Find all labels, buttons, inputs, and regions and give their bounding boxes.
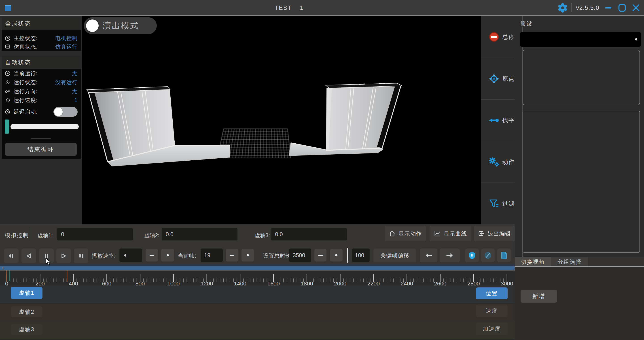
axis2-input[interactable]: 0.0 [162,228,238,240]
button-label: 显示曲线 [444,230,467,237]
delay-start-toggle[interactable] [54,107,78,117]
axis1-label: 虚轴1: [38,232,53,239]
offset-value: 100 [355,252,364,258]
track-axis2-button[interactable]: 虚轴2 [11,306,42,317]
slider-track[interactable] [10,124,79,129]
row-label: 延迟启动: [14,108,38,116]
bottom-control-strip: 模拟控制 虚轴1: 0 虚轴2: 0.0 虚轴3: 0.0 显示动作 显示曲线 … [0,224,515,264]
scene-3d [82,16,481,224]
preset-list-box[interactable] [522,50,640,105]
toolbar-label: 原点 [502,75,515,83]
keyframe-offset-button[interactable]: 关键帧偏移 [374,248,416,262]
add-view-button[interactable]: 新增 [520,290,557,303]
timeline-ruler[interactable]: 0200400600800100012001400160018002000220… [0,270,515,286]
offset-input[interactable]: 100 [352,248,370,262]
axis2-value: 0.0 [166,231,174,238]
tab-group-select[interactable]: 分组选择 [551,257,588,266]
axis1-input[interactable]: 0 [57,228,133,240]
rate-plus-button[interactable] [161,249,174,262]
disable-button[interactable] [481,248,495,262]
duration-value: 3500 [293,252,305,258]
timeline-header[interactable]: 1 [0,264,515,270]
close-button[interactable] [631,3,641,13]
row-label: 运行状态: [14,79,38,86]
divider [29,228,29,240]
gear-icon [4,80,11,85]
row-label: 运行速度: [14,97,38,104]
filter-icon [488,198,499,209]
rate-minus-button[interactable] [146,249,158,262]
row-value: 电机控制 [55,35,78,42]
toggle-knob[interactable] [86,20,98,32]
curve-position-button[interactable]: 位置 [476,288,508,299]
window-title-text: TEST [274,4,292,12]
step-back-button[interactable] [22,248,36,263]
shift-right-button[interactable] [440,248,460,262]
toolbar-label: 动作 [502,158,515,166]
status-row: 运行方向: 无 [2,87,81,96]
maximize-button[interactable] [617,3,627,13]
pause-button[interactable] [39,248,54,263]
rate-input[interactable] [120,248,142,262]
exit-icon [478,230,484,237]
preset-detail-box[interactable] [522,111,640,252]
shift-left-button[interactable] [420,248,438,262]
performance-mode-label: 演出模式 [103,20,139,31]
save-doc-button[interactable] [497,248,511,262]
speed-slider[interactable] [5,120,79,134]
app-logo[interactable] [5,5,11,11]
row-value: 仿真运行 [55,43,78,50]
step-back-icon [26,253,32,259]
viewport-3d[interactable]: 演出模式 [82,16,481,224]
curve-speed-button[interactable]: 速度 [476,304,508,317]
minimize-button[interactable] [603,3,613,13]
toolbar-label: 总停 [502,33,515,41]
timeline-range-bar[interactable] [0,266,515,270]
show-curves-button[interactable]: 显示曲线 [430,226,471,241]
clock-icon [4,35,11,41]
home-icon [389,230,396,237]
skip-end-button[interactable] [74,248,88,263]
frame-input[interactable]: 19 [200,248,223,262]
axis3-value: 0.0 [275,231,283,238]
version-label: v2.5.5.0 [576,4,599,12]
end-loop-button[interactable]: 结束循环 [5,143,77,156]
frame-plus-button[interactable] [242,249,254,262]
skip-end-icon [78,253,84,259]
track-row-axis1: 虚轴1 位置 [0,286,515,304]
step-forward-button[interactable] [56,248,71,263]
row-label: 运行方向: [14,88,38,95]
frame-value: 19 [204,252,210,258]
view-tab-content: 新增 [515,267,644,340]
origin-icon [488,73,499,84]
performance-mode-toggle[interactable]: 演出模式 [84,17,157,34]
track-axis1-button[interactable]: 虚轴1 [11,287,42,299]
row-value: 无 [72,70,78,77]
slider-handle[interactable] [5,120,9,134]
show-actions-button[interactable]: 显示动作 [385,226,426,241]
button-label: 显示动作 [399,230,422,237]
duration-plus-button[interactable] [330,249,342,262]
settings-gear-icon[interactable] [558,3,568,13]
toolbar-label: 过滤 [502,200,515,208]
exit-edit-button[interactable]: 退出编辑 [474,226,515,241]
curve-accel-button[interactable]: 加速度 [476,322,508,335]
preset-panel: 预设 切换视角 分组选择 新增 [515,16,644,340]
axis3-input[interactable]: 0.0 [271,228,347,240]
preset-dropdown[interactable] [520,32,641,47]
tab-switch-view[interactable]: 切换视角 [515,257,551,266]
view-tab-strip: 切换视角 分组选择 [515,257,644,267]
button-label: 退出编辑 [488,230,511,237]
skip-start-button[interactable] [4,248,18,263]
protect-button[interactable] [465,248,479,262]
duration-input[interactable]: 3500 [289,248,311,262]
global-status-panel: 全局状态 主控状态: 电机控制 仿真状态: 仿真运行 [1,17,81,51]
axis1-value: 0 [61,231,64,238]
duration-minus-button[interactable] [314,249,326,262]
row-label: 主控状态: [14,35,38,42]
document-icon [501,252,507,259]
track-axis3-button[interactable]: 虚轴3 [11,324,42,335]
row-value: 没有运行 [55,79,78,86]
link-icon [4,88,11,94]
frame-minus-button[interactable] [226,249,238,262]
